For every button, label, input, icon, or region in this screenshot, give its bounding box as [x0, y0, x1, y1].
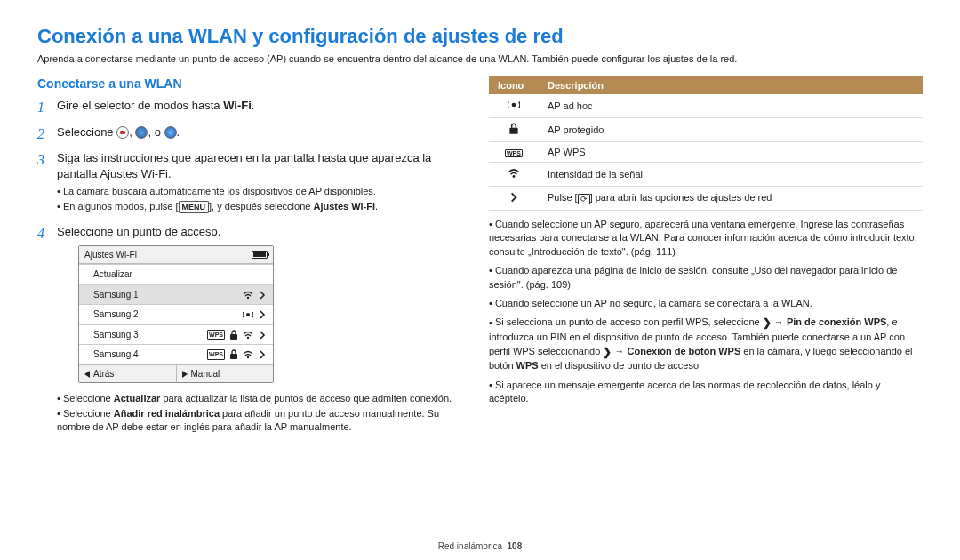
table-row: Pulse [⟳] para abrir las opciones de aju… [489, 187, 923, 211]
table-row: Intensidad de la señal [489, 163, 923, 187]
circle-icon [164, 126, 177, 139]
step-text: . [177, 125, 180, 139]
table-row: AP protegido [489, 118, 923, 142]
ap-row[interactable]: Samsung 1 [79, 284, 273, 305]
table-desc: Pulse [⟳] para abrir las opciones de aju… [539, 187, 923, 211]
battery-icon [252, 251, 268, 259]
step-number: 1 [37, 98, 57, 117]
bullet: Cuando aparezca una página de inicio de … [489, 264, 923, 292]
table-row: WPS AP WPS [489, 142, 923, 163]
step-text: En algunos modos, pulse [ [63, 201, 179, 212]
ap-row[interactable]: Samsung 2 [79, 304, 273, 324]
ap-row[interactable]: Samsung 3 WPS [79, 324, 273, 345]
step-4: Seleccione un punto de acceso. Ajustes W… [57, 224, 464, 437]
table-desc: Intensidad de la señal [539, 163, 923, 187]
step-text: Seleccione [63, 393, 114, 404]
sub-bullet: En algunos modos, pulse [MENU], y despué… [57, 200, 464, 213]
wifi-signal-icon [243, 349, 253, 360]
refresh-icon: ⟳ [578, 194, 590, 204]
wifi-label: Wi-Fi [223, 99, 252, 112]
step-text: . [252, 99, 255, 112]
right-bullet-list: Cuando seleccione un AP seguro, aparecer… [489, 218, 923, 406]
wifi-signal-icon [243, 330, 253, 340]
page-footer: Red inalámbrica 108 [0, 541, 960, 551]
bold-text: Conexión de botón WPS [628, 346, 741, 356]
page-title: Conexión a una WLAN y configuración de a… [37, 25, 923, 48]
step-text: en el dispositivo de punto de acceso. [539, 360, 701, 371]
step-text: ], y después seleccione [209, 201, 313, 212]
step-text: → [612, 346, 627, 356]
step-1: Gire el selector de modos hasta Wi-Fi. [57, 98, 464, 117]
step-text: Seleccione [57, 125, 116, 139]
chevron-right-icon [257, 330, 268, 340]
panel-title: Ajustes Wi-Fi [84, 249, 137, 261]
back-button[interactable]: Atrás [79, 365, 176, 383]
bold-text: WPS [516, 360, 539, 371]
ap-name: Samsung 3 [84, 329, 139, 341]
refresh-row[interactable]: Actualizar [79, 264, 273, 284]
step-text: Siga las instrucciones que aparecen en l… [57, 151, 431, 180]
wps-icon: WPS [207, 330, 225, 340]
wifi-signal-icon [508, 167, 520, 180]
bullet: Cuando seleccione un AP seguro, aparecer… [489, 218, 923, 259]
step-text: Si selecciona un punto de acceso con per… [495, 317, 763, 328]
sub-bullet: Seleccione Añadir red inalámbrica para a… [57, 407, 464, 434]
ap-name: Samsung 2 [84, 308, 139, 321]
wps-icon: WPS [505, 149, 523, 157]
bold-text: Pin de conexión WPS [787, 317, 886, 328]
chevron-right-icon [508, 191, 520, 204]
section-heading: Conectarse a una WLAN [37, 76, 464, 91]
step-number: 4 [37, 224, 57, 437]
adhoc-icon [243, 309, 253, 320]
chevron-right-icon: ❯ [603, 345, 612, 360]
step-text: , o [148, 125, 164, 139]
step-3: Siga las instrucciones que aparecen en l… [57, 150, 464, 217]
refresh-label: Actualizar [84, 268, 132, 281]
menu-button-icon: MENU [179, 201, 210, 213]
ap-name: Samsung 1 [84, 289, 139, 301]
bullet: Si selecciona un punto de acceso con per… [489, 316, 923, 372]
sub-bullet: Seleccione Actualizar para actualizar la… [57, 392, 464, 405]
lock-icon [228, 330, 239, 340]
step-text: para actualizar la lista de puntos de ac… [160, 393, 452, 404]
lock-icon [228, 349, 239, 360]
back-label: Atrás [93, 368, 114, 380]
chevron-right-icon [257, 349, 268, 360]
step-text: Pulse [ [548, 192, 578, 203]
step-text: Seleccione un punto de acceso. [57, 225, 220, 238]
bullet: Cuando seleccione un AP no seguro, la cá… [489, 297, 923, 310]
step-number: 3 [37, 150, 57, 217]
camera-icon [116, 126, 129, 139]
icon-table: Icono Descripción AP ad hoc AP protegido… [489, 76, 923, 211]
intro-text: Aprenda a conectarse mediante un punto d… [37, 53, 923, 64]
table-desc: AP protegido [539, 118, 923, 142]
ap-name: Samsung 4 [84, 348, 139, 361]
globe-icon [135, 126, 148, 139]
step-2: Seleccione , , o . [57, 124, 464, 144]
table-header-icon: Icono [489, 76, 539, 94]
wifi-settings-panel: Ajustes Wi-Fi Actualizar Samsung 1 [78, 245, 274, 384]
chevron-right-icon [257, 290, 268, 300]
wifi-signal-icon [243, 290, 253, 300]
step-text: . [375, 201, 378, 212]
chevron-right-icon: ❯ [763, 316, 772, 331]
adhoc-icon [508, 99, 520, 111]
left-column: Conectarse a una WLAN 1 Gire el selector… [37, 76, 464, 444]
wps-icon: WPS [207, 349, 225, 359]
arrow-left-icon [84, 371, 90, 378]
manual-button[interactable]: Manual [176, 365, 274, 383]
bold-text: Ajustes Wi-Fi [313, 201, 375, 212]
step-number: 2 [37, 124, 57, 144]
footer-section: Red inalámbrica [438, 541, 502, 551]
step-text: , [129, 125, 135, 139]
step-text: ] para abrir las opciones de ajustes de … [590, 192, 772, 203]
table-desc: AP WPS [539, 142, 923, 163]
ap-row[interactable]: Samsung 4 WPS [79, 344, 273, 364]
table-desc: AP ad hoc [539, 94, 923, 118]
step-text: Gire el selector de modos hasta [57, 99, 223, 112]
bold-text: Actualizar [114, 393, 161, 404]
page-number: 108 [508, 541, 523, 551]
lock-icon [508, 123, 520, 135]
bullet: Si aparece un mensaje emergente acerca d… [489, 379, 923, 406]
arrow-right-icon [182, 371, 188, 378]
